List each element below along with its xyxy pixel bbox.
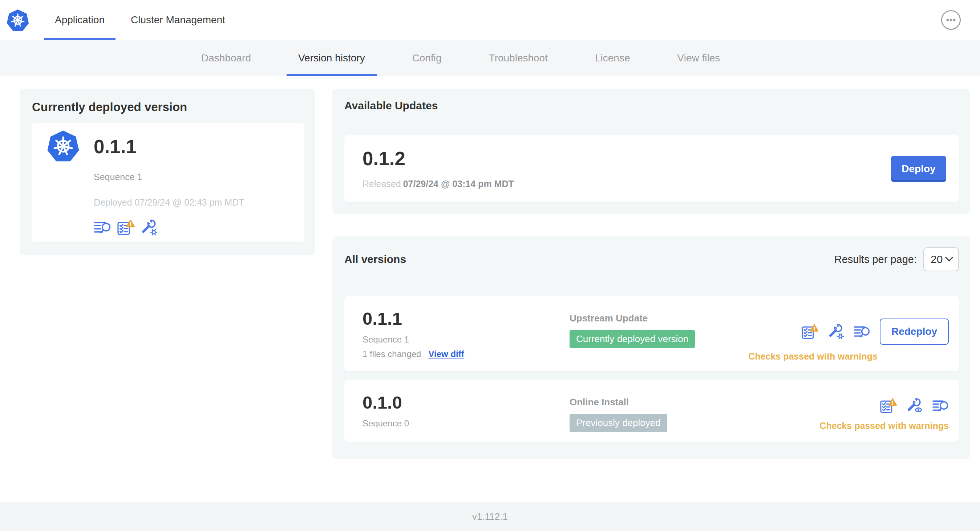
row-version-number: 0.1.0 — [363, 392, 570, 413]
tab-view-files[interactable]: View files — [654, 40, 743, 76]
row-files-changed-line: 1 files changed View diff — [363, 349, 570, 359]
tab-dashboard[interactable]: Dashboard — [178, 40, 275, 76]
version-actions: Redeploy Checks passed with warnings — [748, 308, 949, 362]
action-icons-row — [880, 397, 949, 414]
all-versions-header: All versions Results per page: 20 — [344, 247, 959, 271]
available-update-released: Released07/29/24 @ 03:14 pm MDT — [363, 179, 514, 189]
row-sequence: Sequence 0 — [363, 418, 570, 429]
tab-config-label: Config — [412, 52, 442, 64]
tab-config[interactable]: Config — [389, 40, 465, 76]
available-update-card: 0.1.2 Released07/29/24 @ 03:14 pm MDT De… — [344, 135, 959, 202]
tab-troubleshoot-label: Troubleshoot — [489, 52, 548, 64]
version-rows: 0.1.1 Sequence 1 1 files changed View di… — [344, 296, 959, 442]
current-version-number: 0.1.1 — [94, 130, 245, 164]
available-update-info: 0.1.2 Released07/29/24 @ 03:14 pm MDT — [363, 148, 514, 189]
top-nav: Application Cluster Management — [0, 0, 980, 40]
current-version-column: Currently deployed version — [20, 89, 315, 255]
tab-version-history[interactable]: Version history — [275, 40, 389, 76]
available-updates-title: Available Updates — [344, 100, 959, 112]
footer: v1.112.1 — [0, 502, 980, 531]
row-sequence: Sequence 1 — [363, 334, 570, 345]
tab-view-files-label: View files — [677, 52, 720, 64]
topnav-tabs: Application Cluster Management — [42, 0, 238, 40]
chevron-down-icon — [945, 257, 953, 262]
edit-config-icon[interactable] — [827, 323, 844, 340]
tab-application[interactable]: Application — [42, 0, 118, 40]
view-config-icon[interactable] — [906, 397, 923, 414]
deploy-button[interactable]: Deploy — [891, 156, 946, 182]
currently-deployed-panel: Currently deployed version — [20, 89, 315, 255]
kubernetes-app-icon — [46, 130, 80, 164]
overflow-menu-icon[interactable] — [940, 10, 961, 30]
console-version: v1.112.1 — [472, 511, 508, 522]
files-changed-text: 1 files changed — [363, 349, 421, 359]
results-per-page-value: 20 — [931, 253, 943, 266]
kubernetes-logo-icon — [6, 9, 29, 33]
versions-column: Available Updates 0.1.2 Released07/29/24… — [332, 89, 970, 459]
preflight-status-text: Checks passed with warnings — [819, 421, 949, 431]
main-content: Currently deployed version — [0, 76, 980, 502]
preflight-checks-warning-icon[interactable] — [801, 323, 818, 340]
action-icons-row: Redeploy — [801, 318, 949, 345]
current-version-details: 0.1.1 Sequence 1 Deployed 07/29/24 @ 02:… — [94, 130, 245, 237]
current-version-action-icons — [94, 218, 245, 237]
row-version-number: 0.1.1 — [363, 308, 570, 329]
tab-application-label: Application — [55, 14, 105, 26]
tab-license[interactable]: License — [571, 40, 654, 76]
version-actions: Checks passed with warnings — [819, 392, 949, 431]
version-source: Upstream Update Currently deployed versi… — [570, 308, 748, 348]
preflight-checks-warning-icon[interactable] — [880, 397, 896, 414]
tab-license-label: License — [595, 52, 630, 64]
all-versions-title: All versions — [344, 253, 406, 266]
available-update-version: 0.1.2 — [363, 148, 514, 169]
status-badge: Currently deployed version — [570, 330, 695, 348]
source-label: Online Install — [570, 397, 819, 408]
view-diff-link[interactable]: View diff — [428, 349, 464, 359]
view-logs-icon[interactable] — [932, 397, 949, 414]
results-per-page: Results per page: 20 — [834, 247, 959, 271]
version-row-0-1-1: 0.1.1 Sequence 1 1 files changed View di… — [344, 296, 959, 371]
app-sub-nav: Dashboard Version history Config Trouble… — [0, 40, 980, 76]
currently-deployed-card: 0.1.1 Sequence 1 Deployed 07/29/24 @ 02:… — [32, 123, 304, 242]
tab-cluster-management[interactable]: Cluster Management — [118, 0, 238, 40]
view-logs-icon[interactable] — [94, 219, 111, 236]
tab-troubleshoot[interactable]: Troubleshoot — [465, 40, 571, 76]
tab-cluster-management-label: Cluster Management — [131, 14, 225, 26]
source-label: Upstream Update — [570, 313, 748, 324]
tab-dashboard-label: Dashboard — [201, 52, 251, 64]
version-source: Online Install Previously deployed — [570, 392, 819, 432]
status-badge: Previously deployed — [570, 414, 667, 432]
tab-version-history-label: Version history — [298, 52, 365, 64]
version-info: 0.1.0 Sequence 0 — [363, 392, 570, 429]
available-updates-panel: Available Updates 0.1.2 Released07/29/24… — [332, 89, 970, 214]
all-versions-panel: All versions Results per page: 20 0.1.1 — [332, 237, 970, 459]
current-version-deployed-timestamp: Deployed 07/29/24 @ 02:43 pm MDT — [94, 197, 245, 208]
version-info: 0.1.1 Sequence 1 1 files changed View di… — [363, 308, 570, 359]
redeploy-button[interactable]: Redeploy — [880, 318, 949, 345]
released-label: Released — [363, 179, 401, 189]
results-per-page-label: Results per page: — [834, 253, 917, 266]
preflight-checks-warning-icon[interactable] — [117, 219, 134, 236]
results-per-page-select[interactable]: 20 — [923, 247, 959, 271]
view-logs-icon[interactable] — [854, 323, 870, 340]
preflight-status-text: Checks passed with warnings — [748, 351, 878, 362]
edit-config-icon[interactable] — [140, 219, 158, 236]
currently-deployed-title: Currently deployed version — [32, 100, 304, 114]
current-version-sequence: Sequence 1 — [94, 172, 245, 182]
released-date: 07/29/24 @ 03:14 pm MDT — [403, 179, 514, 189]
version-row-0-1-0: 0.1.0 Sequence 0 Online Install Previous… — [344, 380, 959, 442]
